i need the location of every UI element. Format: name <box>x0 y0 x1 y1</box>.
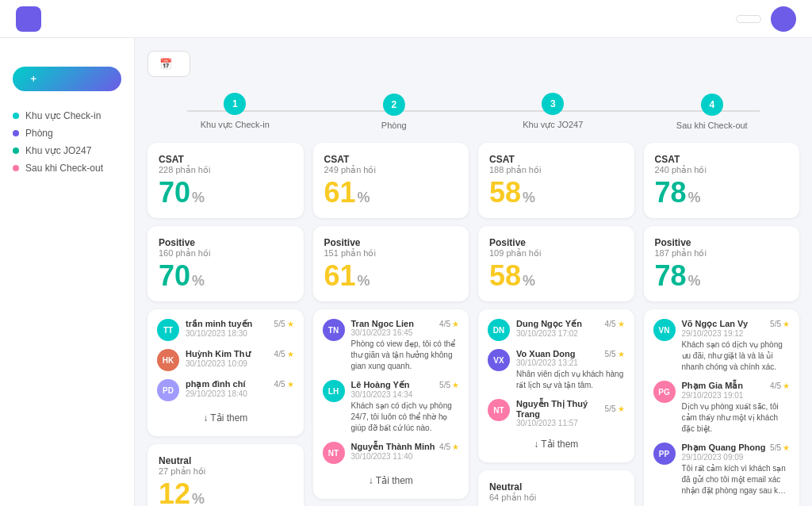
review-date: 29/10/2023 09:09 <box>682 453 791 462</box>
review-avatar: TN <box>323 319 345 341</box>
review-content: Nguyễn Thị Thuý Trang 5/5 ★ 30/10/2023 1… <box>516 399 625 427</box>
step-circle: 1 <box>224 93 246 115</box>
star-icon: ★ <box>618 320 625 328</box>
review-content: Phạm Quang Phong 5/5 ★ 29/10/2023 09:09 … <box>682 443 791 496</box>
tai-them-button[interactable]: ↓ Tải them <box>157 409 294 427</box>
star-icon: ★ <box>783 381 790 390</box>
journey-step: 4 Sau khi Check-out <box>633 94 792 130</box>
dot-icon <box>13 130 19 136</box>
review-avatar: PD <box>157 379 179 401</box>
review-name: Vo Xuan Dong <box>516 349 575 358</box>
neutral-label: Neutral <box>489 481 623 493</box>
sidebar-item[interactable]: Khu vực Check-in <box>13 107 121 125</box>
review-date: 29/10/2023 18:40 <box>186 389 294 398</box>
review-avatar: NT <box>323 442 345 464</box>
positive-pct: % <box>523 274 535 288</box>
positive-label: Positive <box>655 237 789 248</box>
positive-label: Positive <box>489 237 623 248</box>
tai-them-button[interactable]: ↓ Tải them <box>323 472 460 489</box>
neutral-card: Neutral 27 phản hồi 12 % <box>147 444 304 506</box>
column-1: CSAT 228 phản hồi 70 % Positive 160 phản… <box>147 143 304 506</box>
sidebar-item[interactable]: Khu vực JO247 <box>13 142 121 159</box>
star-icon: ★ <box>452 320 459 328</box>
sidebar-item[interactable]: Phòng <box>13 125 121 142</box>
csat-value: 70 % <box>159 178 293 207</box>
review-content: trần minh tuyến 5/5 ★ 30/10/2023 18:30 <box>186 319 294 338</box>
csat-label: CSAT <box>655 154 789 165</box>
positive-value: 61 % <box>324 262 458 290</box>
user-avatar[interactable] <box>771 6 796 32</box>
review-date: 30/10/2023 13:21 <box>516 358 625 367</box>
step-circle: 3 <box>542 93 564 115</box>
review-rating: 5/5 ★ <box>439 381 459 389</box>
csat-value: 61 % <box>324 178 458 207</box>
logo <box>16 6 41 32</box>
columns-grid: CSAT 228 phản hồi 70 % Positive 160 phản… <box>147 143 799 506</box>
reviews-card: TT trần minh tuyến 5/5 ★ 30/10/2023 18:3… <box>147 309 304 436</box>
review-name: phạm đình chí <box>186 379 245 389</box>
dot-icon <box>13 113 19 119</box>
positive-pct: % <box>358 274 370 288</box>
review-name: Nguyễn Thị Thuý Trang <box>516 399 605 419</box>
review-avatar: DN <box>488 319 510 341</box>
review-rating: 4/5 ★ <box>605 320 625 328</box>
review-text: Tôi rất cảm kích vì khách sạn đã gửi cho… <box>682 463 791 496</box>
review-name: Huỳnh Kim Thư <box>186 349 251 359</box>
review-item: TT trần minh tuyến 5/5 ★ 30/10/2023 18:3… <box>157 319 294 341</box>
review-date: 30/10/2023 11:40 <box>351 452 460 461</box>
review-date: 30/10/2023 14:34 <box>351 390 460 399</box>
journey-step: 1 Khu vực Check-in <box>155 93 315 130</box>
review-item: HK Huỳnh Kim Thư 4/5 ★ 30/10/2023 10:09 <box>157 349 294 371</box>
sidebar-item[interactable]: Sau khi Check-out <box>13 159 121 177</box>
review-item: NT Nguyễn Thành Minh 4/5 ★ 30/10/2023 11… <box>323 442 460 464</box>
review-avatar: PP <box>653 443 676 465</box>
review-rating: 5/5 ★ <box>605 404 625 413</box>
review-avatar: LH <box>323 380 345 402</box>
review-content: Huỳnh Kim Thư 4/5 ★ 30/10/2023 10:09 <box>186 349 294 368</box>
positive-value: 78 % <box>655 262 789 290</box>
add-touchpoint-button[interactable]: ＋ <box>13 67 121 91</box>
plus-icon: ＋ <box>29 72 38 86</box>
neutral-value: 12 % <box>159 480 293 506</box>
tai-them-button[interactable]: ↓ Tải them <box>488 435 625 453</box>
dot-icon <box>13 165 19 171</box>
review-date: 30/10/2023 18:30 <box>186 329 294 338</box>
language-selector[interactable] <box>736 15 761 23</box>
csat-pct: % <box>358 190 370 205</box>
positive-card: Positive 109 phản hồi 58 % <box>478 226 634 301</box>
review-text: Dịch vụ phòng xuất sắc, tôi cảm thấy như… <box>682 401 791 435</box>
star-icon: ★ <box>618 350 625 358</box>
positive-pct: % <box>688 274 701 288</box>
review-avatar: PG <box>653 381 676 403</box>
journey-line: 1 Khu vực Check-in 2 Phòng 3 Khu vực JO2… <box>155 93 791 130</box>
review-avatar: NT <box>488 399 510 421</box>
csat-sub: 228 phản hồi <box>159 165 293 175</box>
review-rating: 4/5 ★ <box>770 381 790 390</box>
review-rating: 5/5 ★ <box>605 350 625 358</box>
review-rating: 5/5 ★ <box>770 320 790 328</box>
review-text: Nhân viên dịch vụ khách hàng rất lịch sự… <box>516 369 625 391</box>
review-content: Lê Hoàng Yến 5/5 ★ 30/10/2023 14:34 Khác… <box>351 380 460 434</box>
step-label: Phòng <box>381 121 407 130</box>
review-date: 30/10/2023 11:57 <box>516 419 625 427</box>
review-avatar: VN <box>653 319 676 341</box>
star-icon: ★ <box>783 443 790 452</box>
review-item: NT Nguyễn Thị Thuý Trang 5/5 ★ 30/10/202… <box>488 399 625 427</box>
review-name: Phạm Quang Phong <box>682 443 766 453</box>
neutral-sub: 64 phản hồi <box>489 493 623 503</box>
positive-label: Positive <box>324 237 458 248</box>
review-name: Nguyễn Thành Minh <box>351 442 435 452</box>
csat-label: CSAT <box>324 154 458 165</box>
date-range-picker[interactable]: 📅 <box>147 51 190 77</box>
review-rating: 5/5 ★ <box>274 320 294 328</box>
review-item: TN Tran Ngoc Lien 4/5 ★ 30/10/2023 16:45… <box>323 319 460 372</box>
journey-path: 1 Khu vực Check-in 2 Phòng 3 Khu vực JO2… <box>147 93 799 130</box>
csat-sub: 240 phản hồi <box>655 165 789 175</box>
neutral-label: Neutral <box>159 455 293 466</box>
review-rating: 5/5 ★ <box>770 443 790 452</box>
positive-card: Positive 187 phản hồi 78 % <box>644 226 800 301</box>
step-circle: 4 <box>701 94 723 116</box>
review-content: Dung Ngọc Yến 4/5 ★ 30/10/2023 17:02 <box>516 319 625 338</box>
star-icon: ★ <box>618 404 625 413</box>
positive-pct: % <box>192 274 205 288</box>
